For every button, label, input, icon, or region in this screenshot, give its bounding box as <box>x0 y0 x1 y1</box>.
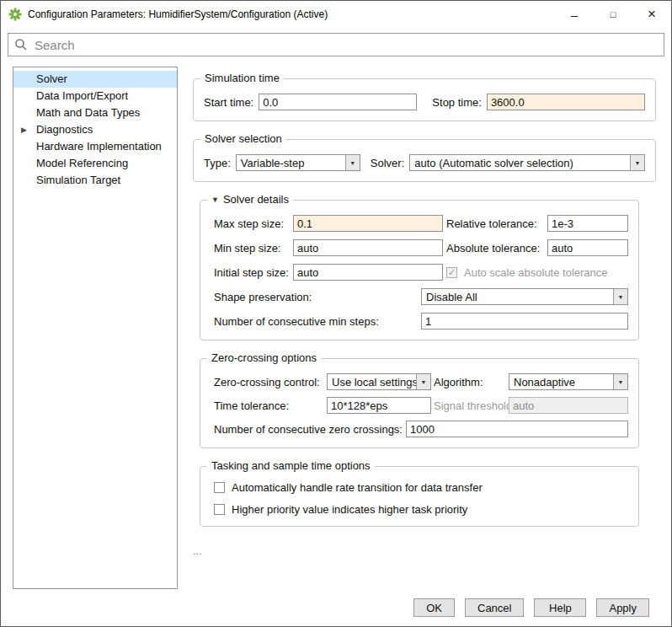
sidebar-item-simulation-target[interactable]: Simulation Target <box>13 172 177 189</box>
stop-time-label: Stop time: <box>432 96 482 109</box>
auto-scale-checkbox: ✓ <box>446 267 457 278</box>
solver-selection-row: Type: Variable-step ▼ Solver: auto (Auto… <box>204 154 645 171</box>
max-step-input[interactable] <box>293 215 443 232</box>
check-icon: ✓ <box>448 268 456 277</box>
min-step-input[interactable] <box>293 239 443 256</box>
auto-scale-row: ✓ Auto scale absolute tolerance <box>446 266 628 279</box>
shape-preservation-dropdown[interactable]: Disable All ▼ <box>421 288 628 305</box>
shape-preservation-row: Shape preservation: Disable All ▼ <box>214 288 628 305</box>
rate-transition-row: Automatically handle rate transition for… <box>214 481 628 494</box>
group-title-zero-crossing: Zero-crossing options <box>207 351 321 364</box>
relative-tolerance-input[interactable] <box>547 215 628 232</box>
maximize-button[interactable]: □ <box>594 1 632 28</box>
sidebar-item-diagnostics[interactable]: ▶ Diagnostics <box>13 121 177 138</box>
solver-dropdown-value: auto (Automatic solver selection) <box>410 157 630 169</box>
group-title-solver-selection: Solver selection <box>200 132 286 145</box>
group-title-solver-details: Solver details <box>223 193 289 206</box>
search-bar <box>8 33 664 56</box>
group-solver-selection: Solver selection Type: Variable-step ▼ S… <box>193 139 656 182</box>
sidebar-item-label: Diagnostics <box>36 123 93 136</box>
category-list: Solver Data Import/Export Math and Data … <box>13 67 178 589</box>
auto-scale-label: Auto scale absolute tolerance <box>464 266 608 279</box>
simulation-time-row: Start time: Stop time: <box>204 94 645 110</box>
configuration-parameters-window: Configuration Parameters: HumidifierSyst… <box>0 0 672 627</box>
button-bar: OK Cancel Help Apply <box>1 589 671 626</box>
expand-icon[interactable]: ▶ <box>21 121 27 138</box>
chevron-down-icon[interactable]: ▼ <box>613 289 627 304</box>
max-step-label: Max step size: <box>214 217 290 230</box>
chevron-down-icon[interactable]: ▼ <box>345 155 360 170</box>
sidebar-item-model-referencing[interactable]: Model Referencing <box>13 155 177 172</box>
start-time-label: Start time: <box>204 96 253 109</box>
apply-button[interactable]: Apply <box>596 598 649 617</box>
initial-step-input[interactable] <box>293 264 443 281</box>
zero-crossing-control-label: Zero-crossing control: <box>214 376 324 389</box>
zero-crossing-row-1: Zero-crossing control: Use local setting… <box>214 373 628 390</box>
rate-transition-checkbox[interactable] <box>214 482 225 493</box>
app-icon <box>8 8 22 21</box>
cancel-button[interactable]: Cancel <box>465 598 524 617</box>
minimize-button[interactable]: – <box>555 1 594 28</box>
search-icon <box>14 38 28 51</box>
type-label: Type: <box>204 157 231 169</box>
solver-dropdown[interactable]: auto (Automatic solver selection) ▼ <box>409 154 645 171</box>
title-bar: Configuration Parameters: HumidifierSyst… <box>1 1 671 28</box>
type-dropdown-value: Variable-step <box>237 157 345 169</box>
algorithm-dropdown[interactable]: Nonadaptive ▼ <box>509 373 628 390</box>
priority-value-label: Higher priority value indicates higher t… <box>232 503 467 516</box>
help-button[interactable]: Help <box>534 598 586 617</box>
group-title-simulation-time: Simulation time <box>200 72 284 84</box>
initial-step-label: Initial step size: <box>214 266 290 279</box>
consecutive-zero-crossings-input[interactable] <box>406 421 628 437</box>
group-solver-details: ▼ Solver details Max step size: Relative… <box>200 200 639 340</box>
sidebar-item-hardware-implementation[interactable]: Hardware Implementation <box>13 138 177 155</box>
priority-value-checkbox[interactable] <box>214 504 225 515</box>
chevron-down-icon[interactable]: ▼ <box>613 374 627 389</box>
zero-crossing-row-3: Number of consecutive zero crossings: <box>214 421 628 437</box>
consecutive-zero-crossings-label: Number of consecutive zero crossings: <box>214 423 406 436</box>
time-tolerance-label: Time tolerance: <box>214 399 324 412</box>
time-tolerance-input[interactable] <box>327 397 431 414</box>
rate-transition-label: Automatically handle rate transition for… <box>232 481 483 494</box>
sidebar-item-solver[interactable]: Solver <box>13 71 177 88</box>
solver-details-row-2: Min step size: Absolute tolerance: <box>214 239 628 256</box>
solver-pane: Simulation time Start time: Stop time: S… <box>193 67 656 589</box>
sidebar-item-math-and-data-types[interactable]: Math and Data Types <box>13 104 177 121</box>
chevron-down-icon[interactable]: ▼ <box>416 374 430 389</box>
absolute-tolerance-label: Absolute tolerance: <box>446 242 544 255</box>
algorithm-value: Nonadaptive <box>509 376 613 389</box>
shape-preservation-value: Disable All <box>422 291 613 303</box>
consecutive-min-steps-input[interactable] <box>421 313 628 330</box>
signal-threshold-input <box>509 397 628 414</box>
search-input[interactable] <box>33 37 658 53</box>
solver-label: Solver: <box>371 157 404 169</box>
min-step-label: Min step size: <box>214 242 290 255</box>
absolute-tolerance-input[interactable] <box>547 239 628 256</box>
collapse-icon[interactable]: ▼ <box>211 196 219 204</box>
group-tasking: Tasking and sample time options Automati… <box>200 466 639 527</box>
solver-details-header[interactable]: ▼ Solver details <box>207 193 293 206</box>
stop-time-input[interactable] <box>487 94 645 110</box>
consecutive-min-steps-row: Number of consecutive min steps: <box>214 313 628 330</box>
algorithm-label: Algorithm: <box>434 376 506 389</box>
more-indicator: ... <box>193 544 656 557</box>
start-time-input[interactable] <box>259 94 417 110</box>
solver-details-row-1: Max step size: Relative tolerance: <box>214 215 628 232</box>
sidebar-item-data-import-export[interactable]: Data Import/Export <box>13 88 177 104</box>
consecutive-min-steps-label: Number of consecutive min steps: <box>214 315 421 328</box>
zero-crossing-control-dropdown[interactable]: Use local settings ▼ <box>327 373 431 390</box>
group-simulation-time: Simulation time Start time: Stop time: <box>193 78 656 121</box>
window-title: Configuration Parameters: HumidifierSyst… <box>28 8 555 20</box>
close-button[interactable]: × <box>632 1 671 28</box>
chevron-down-icon[interactable]: ▼ <box>630 155 644 170</box>
solver-details-row-3: Initial step size: ✓ Auto scale absolute… <box>214 264 628 281</box>
zero-crossing-row-2: Time tolerance: Signal threshold: <box>214 397 628 414</box>
type-dropdown[interactable]: Variable-step ▼ <box>236 154 360 171</box>
relative-tolerance-label: Relative tolerance: <box>446 217 544 230</box>
priority-value-row: Higher priority value indicates higher t… <box>214 503 628 516</box>
zero-crossing-control-value: Use local settings <box>328 376 416 389</box>
ok-button[interactable]: OK <box>413 598 455 617</box>
group-zero-crossing: Zero-crossing options Zero-crossing cont… <box>200 358 639 448</box>
shape-preservation-label: Shape preservation: <box>214 291 421 303</box>
signal-threshold-label: Signal threshold: <box>434 399 506 412</box>
